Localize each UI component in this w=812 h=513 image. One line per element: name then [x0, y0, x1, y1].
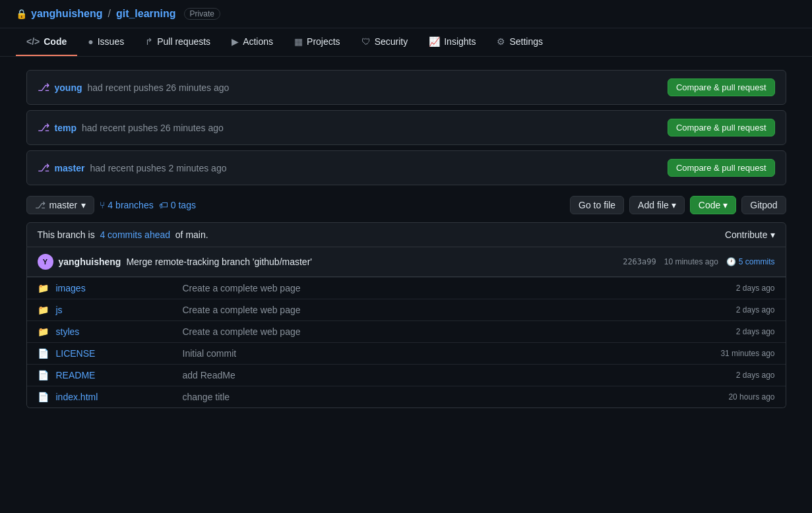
nav-item-actions[interactable]: ▶ Actions [221, 28, 284, 56]
nav-item-settings[interactable]: ⚙ Settings [486, 28, 553, 56]
file-name-0[interactable]: images [56, 283, 175, 293]
branch-bar-left: ⎇ master ▾ ⑂ 4 branches 🏷 0 tags [26, 196, 196, 214]
compare-pull-request-button-2[interactable]: Compare & pull request [668, 159, 775, 177]
compare-pull-request-button-0[interactable]: Compare & pull request [668, 78, 775, 96]
push-banner-left-0: ⎇ young had recent pushes 26 minutes ago [38, 81, 230, 94]
file-time-4: 2 days ago [736, 371, 775, 380]
file-time-5: 20 hours ago [728, 392, 774, 402]
branch-bar: ⎇ master ▾ ⑂ 4 branches 🏷 0 tags Go to f… [26, 196, 786, 214]
branch-push-icon-0: ⎇ [38, 81, 49, 94]
folder-icon: 📁 [38, 326, 48, 337]
contribute-chevron-icon: ▾ [770, 229, 775, 240]
pull-requests-icon: ↱ [145, 36, 153, 47]
file-icon: 📄 [38, 392, 48, 402]
go-to-file-button[interactable]: Go to file [570, 196, 624, 214]
ahead-suffix: of main. [175, 229, 208, 240]
push-text-1: had recent pushes 26 minutes ago [82, 123, 224, 133]
branch-push-icon-2: ⎇ [38, 162, 49, 174]
security-icon: 🛡 [361, 36, 371, 47]
contribute-label: Contribute [725, 229, 768, 240]
file-name-3[interactable]: LICENSE [56, 348, 175, 359]
push-banner-0: ⎇ young had recent pushes 26 minutes ago… [26, 70, 786, 105]
branch-fork-icon: ⑂ [100, 200, 105, 210]
avatar-letter: Y [43, 258, 47, 266]
commit-hash[interactable]: 2263a99 [623, 257, 656, 266]
repo-nav: </> Code ● Issues ↱ Pull requests ▶ Acti… [0, 28, 812, 57]
code-button[interactable]: Code ▾ [690, 196, 736, 214]
contribute-button[interactable]: Contribute ▾ [725, 229, 775, 240]
file-time-1: 2 days ago [736, 305, 775, 315]
add-file-label: Add file [638, 200, 669, 210]
ahead-prefix: This branch is [38, 229, 95, 240]
tags-label: tags [178, 200, 195, 210]
history-icon: 🕐 [726, 257, 736, 266]
nav-item-pull-requests[interactable]: ↱ Pull requests [135, 28, 221, 56]
history-link[interactable]: 5 commits [739, 257, 775, 266]
file-commit-msg-1[interactable]: Create a complete web page [183, 305, 728, 315]
branch-bar-right: Go to file Add file ▾ Code ▾ Gitpod [570, 196, 786, 214]
repo-header: 🔒 yanghuisheng / git_learning Private [0, 0, 812, 28]
author-avatar: Y [38, 254, 53, 270]
push-text-0: had recent pushes 26 minutes ago [88, 82, 230, 93]
commits-ahead-link[interactable]: 4 commits ahead [100, 229, 170, 240]
repo-owner-link[interactable]: yanghuisheng [31, 8, 102, 20]
table-row: 📄 README add ReadMe 2 days ago [27, 364, 786, 386]
folder-icon: 📁 [38, 305, 48, 315]
code-label: Code [699, 200, 720, 210]
visibility-badge: Private [184, 8, 220, 20]
nav-label-security: Security [375, 36, 408, 47]
file-commit-msg-3[interactable]: Initial commit [183, 348, 713, 359]
committer-link[interactable]: yanghuisheng [59, 256, 121, 267]
file-name-4[interactable]: README [56, 370, 175, 380]
table-row: 📄 index.html change title 20 hours ago [27, 386, 786, 407]
push-banner-left-2: ⎇ master had recent pushes 2 minutes ago [38, 162, 227, 174]
branches-count: 4 [108, 200, 113, 210]
nav-label-settings: Settings [509, 36, 543, 47]
tag-icon: 🏷 [159, 200, 168, 210]
gitpod-button[interactable]: Gitpod [741, 196, 786, 214]
branch-selector[interactable]: ⎇ master ▾ [26, 196, 95, 214]
commit-time: 10 minutes ago [664, 257, 718, 266]
repo-name-link[interactable]: git_learning [116, 8, 176, 20]
file-name-1[interactable]: js [56, 305, 175, 315]
actions-icon: ▶ [232, 36, 239, 47]
ahead-info-text: This branch is 4 commits ahead of main. [38, 229, 208, 240]
nav-item-security[interactable]: 🛡 Security [351, 28, 419, 56]
file-name-5[interactable]: index.html [56, 392, 175, 402]
push-text-2: had recent pushes 2 minutes ago [90, 163, 226, 173]
settings-icon: ⚙ [497, 36, 505, 47]
file-commit-msg-5[interactable]: change title [183, 392, 721, 402]
branches-link[interactable]: ⑂ 4 branches [100, 200, 153, 210]
add-file-button[interactable]: Add file ▾ [629, 196, 685, 214]
file-table: 📁 images Create a complete web page 2 da… [26, 277, 786, 408]
table-row: 📄 LICENSE Initial commit 31 minutes ago [27, 342, 786, 364]
commit-row-right: 2263a99 10 minutes ago 🕐 5 commits [623, 257, 774, 266]
nav-item-issues[interactable]: ● Issues [77, 28, 135, 56]
ahead-info-bar: This branch is 4 commits ahead of main. … [26, 222, 786, 247]
push-branch-name-0[interactable]: young [55, 82, 82, 93]
branch-selector-icon: ⎇ [35, 200, 46, 210]
commit-message: Merge remote-tracking branch 'github/mas… [126, 256, 312, 267]
file-time-2: 2 days ago [736, 327, 775, 336]
file-commit-msg-2[interactable]: Create a complete web page [183, 326, 728, 337]
nav-label-insights: Insights [444, 36, 476, 47]
chevron-down-icon: ▾ [81, 200, 86, 210]
nav-item-code[interactable]: </> Code [16, 28, 77, 56]
push-branch-name-2[interactable]: master [55, 163, 85, 173]
nav-item-insights[interactable]: 📈 Insights [418, 28, 486, 56]
file-icon: 📄 [38, 348, 48, 359]
file-name-2[interactable]: styles [56, 326, 175, 337]
tags-link[interactable]: 🏷 0 tags [159, 200, 196, 210]
push-branch-name-1[interactable]: temp [55, 123, 77, 133]
nav-item-projects[interactable]: ▦ Projects [284, 28, 351, 56]
compare-pull-request-button-1[interactable]: Compare & pull request [668, 119, 775, 136]
table-row: 📁 images Create a complete web page 2 da… [27, 277, 786, 299]
file-time-3: 31 minutes ago [720, 349, 774, 358]
branches-label: branches [115, 200, 154, 210]
table-row: 📁 js Create a complete web page 2 days a… [27, 299, 786, 320]
issues-icon: ● [88, 36, 93, 47]
file-commit-msg-4[interactable]: add ReadMe [183, 370, 728, 380]
file-commit-msg-0[interactable]: Create a complete web page [183, 283, 728, 293]
tags-count: 0 [171, 200, 176, 210]
add-file-chevron-icon: ▾ [671, 200, 676, 210]
